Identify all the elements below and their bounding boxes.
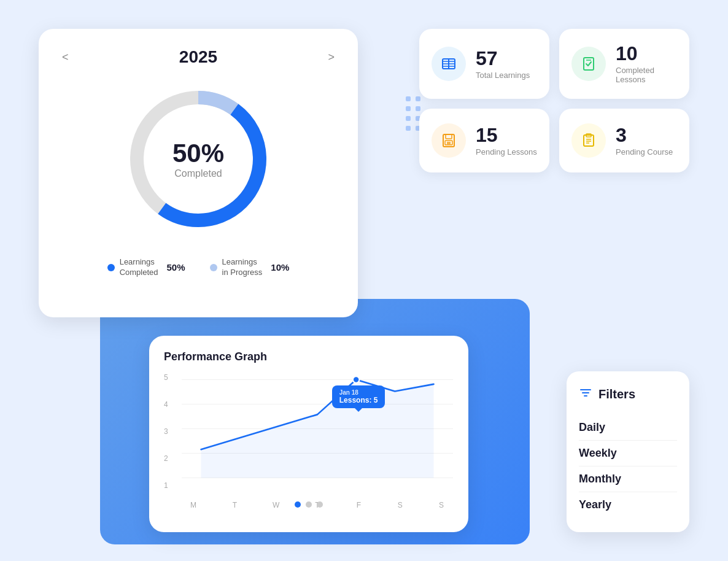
clipboard-icon xyxy=(580,132,597,149)
x-label-S1: S xyxy=(394,501,406,509)
line-chart-svg xyxy=(181,373,454,496)
pending-lessons-desc: Pending Lessons xyxy=(476,147,537,157)
legend-progress: Learningsin Progress 10% xyxy=(210,257,290,278)
filters-icon-svg xyxy=(579,386,592,400)
pagination-dots xyxy=(295,501,323,508)
filter-option-yearly[interactable]: Yearly xyxy=(579,492,677,517)
filter-title: Filters xyxy=(598,387,635,401)
stat-info-completed: 10 Completed Lessons xyxy=(616,44,677,84)
stat-info-total: 57 Total Learnings xyxy=(476,48,530,80)
stat-info-pending-lessons: 15 Pending Lessons xyxy=(476,125,537,157)
x-label-W: W xyxy=(270,501,282,509)
stat-card-pending-course: 3 Pending Course xyxy=(559,109,689,172)
check-document-icon xyxy=(580,55,597,72)
pending-course-icon-circle xyxy=(571,123,606,158)
total-learnings-number: 57 xyxy=(476,48,530,68)
filter-option-monthly[interactable]: Monthly xyxy=(579,466,677,492)
filter-header: Filters xyxy=(579,386,677,403)
save-icon xyxy=(440,132,457,149)
donut-completed-label: Completed xyxy=(174,168,222,179)
prev-year-button[interactable]: < xyxy=(57,48,74,66)
y-label-2: 2 xyxy=(164,454,176,463)
graph-tooltip: Jan 18 Lessons: 5 xyxy=(332,385,385,408)
legend-dot-progress xyxy=(210,264,217,271)
svg-rect-11 xyxy=(584,58,594,70)
total-learnings-desc: Total Learnings xyxy=(476,71,530,80)
donut-legend: LearningsCompleted 50% Learningsin Progr… xyxy=(107,257,290,278)
tooltip-date: Jan 18 xyxy=(339,389,378,396)
donut-center: 50% Completed xyxy=(172,139,224,179)
filter-icon xyxy=(579,386,592,403)
donut-header: < 2025 > xyxy=(57,47,339,67)
graph-title: Performance Graph xyxy=(164,350,454,363)
y-label-4: 4 xyxy=(164,400,176,409)
stat-card-completed-lessons: 10 Completed Lessons xyxy=(559,29,689,99)
donut-chart-wrapper: 50% Completed xyxy=(118,79,278,239)
book-open-icon xyxy=(440,55,457,72)
year-label: 2025 xyxy=(179,47,217,67)
svg-rect-14 xyxy=(446,134,452,139)
graph-area: Jan 18 Lessons: 5 5 4 3 2 1 xyxy=(164,373,454,508)
dot-grid-bottom xyxy=(45,463,106,483)
page-dot-2[interactable] xyxy=(306,501,312,508)
y-axis-labels: 5 4 3 2 1 xyxy=(164,373,176,490)
x-label-T1: T xyxy=(228,501,241,509)
y-label-3: 3 xyxy=(164,427,176,436)
legend-text-progress: Learningsin Progress xyxy=(222,257,263,278)
dot-grid-right xyxy=(406,96,420,131)
completed-lessons-number: 10 xyxy=(616,44,677,63)
data-point-F xyxy=(353,376,360,383)
pending-course-desc: Pending Course xyxy=(616,147,673,157)
completed-lessons-desc: Completed Lessons xyxy=(616,66,677,84)
pending-lessons-icon-circle xyxy=(432,123,466,158)
pending-course-number: 3 xyxy=(616,125,673,145)
donut-percent: 50% xyxy=(172,139,224,168)
legend-dot-completed xyxy=(107,264,115,271)
stats-area: 57 Total Learnings 10 Completed Lessons xyxy=(419,29,689,172)
page-dot-3[interactable] xyxy=(317,501,323,508)
completed-lessons-icon-circle xyxy=(571,47,606,81)
tooltip-value: Lessons: 5 xyxy=(339,396,378,404)
page-dot-1[interactable] xyxy=(295,501,301,508)
pending-lessons-number: 15 xyxy=(476,125,537,145)
legend-value-completed: 50% xyxy=(167,262,185,273)
stat-card-total-learnings: 57 Total Learnings xyxy=(419,29,549,99)
filter-option-daily[interactable]: Daily xyxy=(579,415,677,441)
donut-chart-card: < 2025 > 50% Completed LearningsComplete… xyxy=(39,29,358,317)
stat-info-pending-course: 3 Pending Course xyxy=(616,125,673,157)
total-learnings-icon-circle xyxy=(432,47,466,81)
stat-card-pending-lessons: 15 Pending Lessons xyxy=(419,109,549,172)
x-label-F: F xyxy=(352,501,365,509)
filter-card: Filters Daily Weekly Monthly Yearly xyxy=(567,371,689,532)
performance-graph-card: Performance Graph Jan 18 Lessons: 5 5 4 … xyxy=(149,336,468,532)
legend-text-completed: LearningsCompleted xyxy=(120,257,158,278)
x-label-M: M xyxy=(187,501,199,509)
x-label-S2: S xyxy=(435,501,447,509)
filter-option-weekly[interactable]: Weekly xyxy=(579,441,677,466)
y-label-5: 5 xyxy=(164,373,176,382)
legend-value-progress: 10% xyxy=(271,262,289,273)
main-container: < 2025 > 50% Completed LearningsComplete… xyxy=(26,17,702,544)
next-year-button[interactable]: > xyxy=(323,48,339,66)
legend-completed: LearningsCompleted 50% xyxy=(107,257,185,278)
y-label-1: 1 xyxy=(164,481,176,490)
